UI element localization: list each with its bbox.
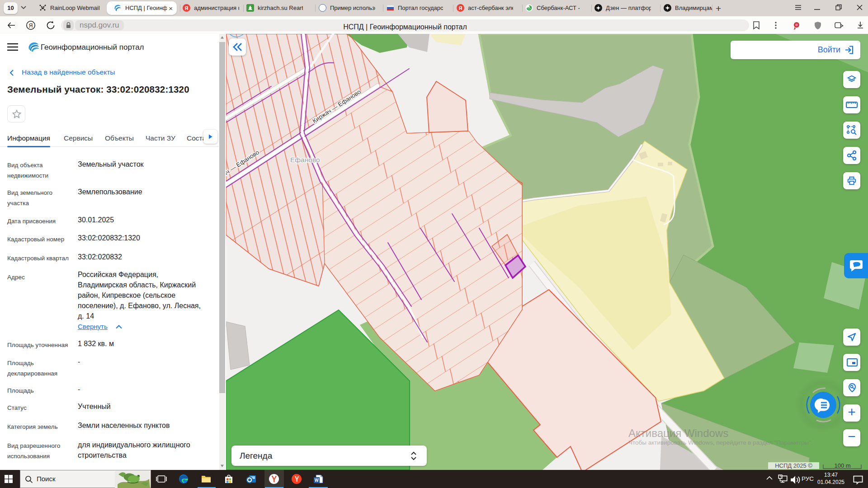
svg-text:Ефаново: Ефаново	[290, 156, 320, 164]
svg-text:Я: Я	[185, 5, 189, 11]
svg-text:Я: Я	[28, 23, 33, 29]
svg-text:Я: Я	[459, 5, 462, 11]
